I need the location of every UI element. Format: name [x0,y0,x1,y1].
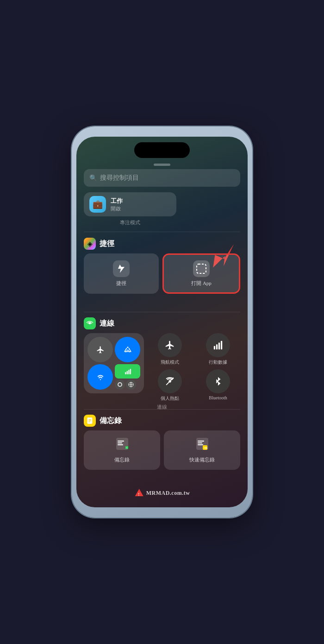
cellular-data-wrap: 行動數據 [196,333,240,366]
search-placeholder: 搜尋控制項目 [100,174,139,182]
personal-hotspot-button[interactable] [158,369,182,393]
shortcuts-section-title: 捷徑 [100,239,114,249]
globe-button[interactable] [126,379,136,390]
notes-item-2[interactable]: m 快速備忘錄 [164,430,240,470]
svg-rect-14 [221,341,222,349]
shortcuts-item-2-open-app[interactable]: 打開 App [162,253,240,294]
shortcuts-section-icon: ◈ [84,238,96,250]
svg-rect-22 [118,441,124,442]
svg-text:!: ! [138,492,139,497]
airplane-mode-button[interactable] [158,333,182,357]
svg-rect-23 [118,442,122,443]
shortcuts-item-1-label: 捷徑 [116,280,126,287]
separator-2 [84,312,240,312]
focus-mode-label: 專注模式 [84,219,176,226]
sheet-handle [154,164,170,166]
notes-item-1-label: 備忘錄 [114,456,130,463]
separator-1 [84,232,240,232]
svg-rect-7 [126,371,127,374]
shortcuts-section: ◈ 捷徑 捷徑 [84,238,240,294]
svg-rect-30 [198,444,203,445]
svg-rect-11 [214,346,215,349]
notes-row: + 備忘錄 m [84,430,240,470]
shortcuts-item-1[interactable]: 捷徑 [84,253,159,294]
connection-grid: 飛航模式 行動數據 [84,333,240,402]
connection-right-grid: 飛航模式 行動數據 [148,333,240,402]
focus-title: 工作 [111,197,123,205]
svg-point-5 [100,379,100,380]
cellular-data-label: 行動數據 [209,359,227,366]
mini-buttons-row [115,379,140,390]
main-control-panel[interactable] [84,333,144,393]
search-bar[interactable]: 🔍 搜尋控制項目 [84,169,240,187]
cellular-button[interactable] [115,364,140,379]
ctrl-bottom-row [87,364,140,390]
airplane-button[interactable] [87,337,113,362]
bluetooth-button[interactable] [206,369,230,393]
focus-subtitle: 開啟 [111,205,123,212]
personal-hotspot-wrap: 個人熱點 [148,369,192,402]
shortcuts-item-2-label: 打開 App [191,280,212,287]
focus-icon: 💼 [89,196,106,213]
shortcuts-header: ◈ 捷徑 [84,238,240,250]
phone-screen: 🔍 搜尋控制項目 💼 工作 開啟 專注模式 ◈ [76,137,248,507]
airplane-mode-wrap: 飛航模式 [148,333,192,366]
watermark: ! MRMAD.com.tw [134,488,190,498]
bluetooth-wrap: Bluetooth [196,369,240,402]
airplane-mode-label: 飛航模式 [161,359,179,366]
svg-rect-8 [128,370,129,374]
svg-rect-12 [216,344,218,349]
bluetooth-label: Bluetooth [209,395,227,400]
notes-section-title: 備忘錄 [100,416,122,426]
separator-3 [84,409,240,410]
dynamic-island [134,142,190,158]
notes-item-1[interactable]: + 備忘錄 [84,430,160,470]
search-icon: 🔍 [89,174,97,182]
svg-rect-2 [197,264,206,273]
notes-item-2-icon: m [195,437,209,454]
watermark-text: MRMAD.com.tw [146,490,190,497]
shortcuts-item-2-icon [193,260,210,277]
svg-rect-6 [125,372,126,374]
notes-section: 備忘錄 + 備忘錄 [84,415,240,470]
personal-hotspot-label: 個人熱點 [161,395,179,402]
right-mini-buttons [115,364,140,390]
connection-section-title: 連線 [100,319,114,328]
svg-rect-29 [198,442,202,443]
notes-item-1-icon: + [115,437,129,454]
carplay-button[interactable] [115,379,125,390]
focus-mode-pill[interactable]: 💼 工作 開啟 [84,192,176,216]
svg-text:m: m [204,445,207,450]
svg-rect-24 [118,444,123,445]
focus-labels: 工作 開啟 [111,197,123,212]
svg-point-4 [127,347,128,348]
connection-header: 連線 [84,317,240,329]
phone-frame: 🔍 搜尋控制項目 💼 工作 開啟 專注模式 ◈ [72,126,252,518]
wifi-icon-symbol [86,320,93,327]
connection-section: 連線 [84,317,240,410]
notes-item-2-label: 快速備忘錄 [189,456,215,463]
airdrop-button[interactable] [115,337,140,362]
notes-section-icon [84,415,96,427]
svg-rect-13 [218,343,220,350]
shortcuts-icon-symbol: ◈ [87,240,93,248]
watermark-logo-icon: ! [134,488,144,498]
notes-header: 備忘錄 [84,415,240,427]
notes-icon-symbol [86,417,93,424]
shortcuts-item-1-icon [113,260,130,277]
svg-rect-28 [198,441,204,442]
cellular-data-button[interactable] [206,333,230,357]
shortcuts-row: 捷徑 打開 App [84,253,240,294]
wifi-button[interactable] [87,364,113,390]
focus-mode-section: 💼 工作 開啟 專注模式 [84,192,240,226]
svg-rect-9 [130,369,131,374]
connection-section-icon [84,317,96,329]
ctrl-top-row [87,337,140,362]
